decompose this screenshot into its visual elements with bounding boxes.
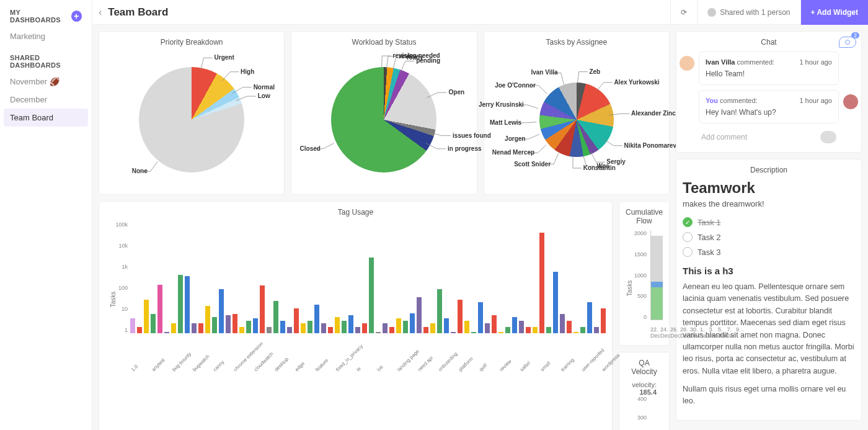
bar (246, 321, 251, 333)
chart-label: Nenad Mercep (492, 149, 534, 156)
bar (192, 323, 197, 333)
bar (212, 317, 217, 333)
chart-label: in progress (448, 145, 481, 152)
sidebar-item[interactable]: Marketing (0, 27, 92, 45)
bar (539, 233, 544, 333)
bar (369, 258, 374, 333)
add-dashboard-button[interactable]: + (71, 11, 82, 22)
chart-label: Alex Yurkowski (614, 79, 659, 86)
bar (498, 332, 503, 333)
back-button[interactable]: ‹ (92, 7, 108, 18)
bar (437, 289, 442, 333)
shared-with-button[interactable]: Shared with 1 person (697, 0, 800, 25)
bar (485, 323, 490, 333)
sidebar-item[interactable]: Team Board (4, 109, 88, 127)
widget-title: Tag Usage (105, 208, 606, 217)
bar (471, 332, 476, 333)
chat-message: You commented: 1 hour ago Hey Ivan! What… (699, 90, 839, 123)
pie-chart (139, 67, 244, 172)
bar (430, 323, 435, 333)
topbar: ‹ Team Board ⟳ Shared with 1 person + Ad… (92, 0, 868, 25)
widget-title: Cumulative Flow (626, 208, 663, 225)
workload-by-status-widget: Workload by Status revision neededreview… (291, 31, 477, 195)
add-comment-input[interactable]: Add comment (699, 128, 839, 146)
avatar (843, 94, 858, 109)
task-label: Task 1 (698, 218, 721, 227)
chart-label: Low (258, 92, 270, 99)
add-widget-button[interactable]: + Add Widget (800, 0, 868, 25)
bar (464, 321, 469, 333)
task-row[interactable]: Task 2 (683, 232, 855, 242)
description-subheading: This is a h3 (683, 266, 855, 276)
bar (526, 327, 531, 333)
bar (260, 285, 265, 333)
area-layer (651, 287, 663, 320)
refresh-icon: ⟳ (681, 8, 687, 17)
bar (137, 327, 142, 333)
cumulative-flow-widget: Cumulative Flow Tasks 2000150010005000 2… (619, 201, 670, 346)
sidebar-item[interactable]: November 🏈 (0, 73, 92, 91)
task-row[interactable]: Task 3 (683, 247, 855, 257)
chart-label: Konstantin (583, 164, 616, 171)
chart-label: pending (416, 57, 440, 64)
chart-label: Closed (300, 145, 321, 152)
chart-label: Jorgen (505, 135, 525, 142)
eye-icon (845, 40, 850, 45)
chart-label: issues found (453, 132, 491, 139)
widget-title: Priority Breakdown (105, 38, 278, 47)
qa-velocity-widget: QA Velocity velocity: 185.4 Tasks 400300… (619, 352, 670, 430)
refresh-button[interactable]: ⟳ (670, 0, 697, 25)
bar (580, 327, 585, 333)
bar (287, 327, 292, 333)
bar (417, 297, 422, 333)
priority-breakdown-widget: Priority Breakdown UrgentHighNormalLowNo… (99, 31, 285, 195)
task-checkbox[interactable] (683, 232, 693, 242)
bar (314, 305, 319, 333)
chat-widget: 2 Chat Ivan Villa commented: 1 hour ago … (676, 31, 862, 153)
bar (478, 302, 483, 333)
task-row[interactable]: ✓Task 1 (683, 217, 855, 227)
bar (574, 332, 578, 333)
chart-label: High (241, 68, 254, 75)
task-label: Task 3 (698, 248, 721, 257)
bar (533, 327, 538, 333)
chart-label: Normal (254, 84, 275, 91)
chart-label: Ivan Villa (531, 69, 557, 76)
widget-title: Description (683, 166, 855, 174)
task-checkbox[interactable]: ✓ (683, 217, 693, 227)
bar (280, 321, 285, 333)
shared-dashboards-heading: SHARED DASHBOARDS (10, 54, 82, 69)
bar (389, 327, 394, 333)
task-checkbox[interactable] (683, 247, 693, 257)
bar (171, 323, 176, 333)
my-dashboards-heading: MY DASHBOARDS (10, 9, 71, 24)
page-title: Team Board (108, 6, 670, 19)
bar (144, 300, 149, 333)
chart-label: Urgent (215, 54, 234, 61)
bar (383, 323, 388, 333)
bar (321, 323, 326, 333)
widget-title: Workload by Status (298, 38, 470, 47)
bar (130, 318, 135, 333)
bar (423, 327, 428, 333)
tag-usage-widget: Tag Usage Tasks 100k10k1k100101 1.0anyte… (99, 201, 613, 430)
bar (273, 301, 278, 333)
watchers-badge[interactable]: 2 (839, 37, 856, 48)
description-widget: Description Teamwork makes the dreamwork… (676, 159, 862, 421)
chart-label: Nikita Ponomarev (624, 142, 676, 149)
task-label: Task 2 (698, 233, 721, 242)
bar (546, 327, 551, 333)
sidebar-item[interactable]: December (0, 91, 92, 109)
chat-message: Ivan Villa commented: 1 hour ago Hello T… (699, 52, 839, 85)
bar (396, 318, 401, 333)
widget-title: QA Velocity (626, 359, 663, 376)
bar (444, 318, 449, 333)
pie-chart (539, 83, 614, 157)
bar (348, 315, 353, 333)
bar (560, 314, 565, 333)
pie-chart (331, 67, 436, 172)
chart-label: Jerry Krusinski (479, 101, 524, 108)
bar (205, 306, 210, 333)
bar (505, 327, 510, 333)
bar (328, 327, 333, 333)
